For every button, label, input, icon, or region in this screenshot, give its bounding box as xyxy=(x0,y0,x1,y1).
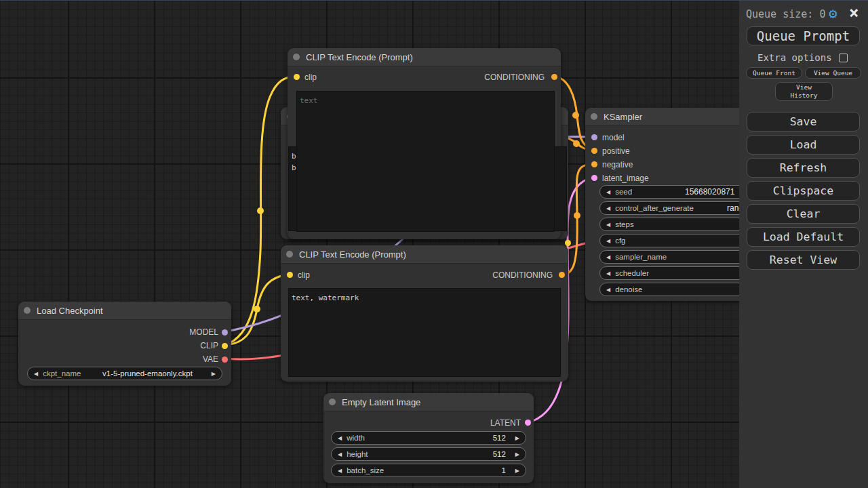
reset-view-button[interactable]: Reset View xyxy=(747,250,860,270)
prompt-textarea-2[interactable]: text, watermark xyxy=(288,288,561,377)
conditioning-output-label: CONDITIONING xyxy=(484,73,545,82)
latent-image-input-slot[interactable] xyxy=(591,175,597,181)
decrement-arrow-icon[interactable]: ◀ xyxy=(338,435,342,441)
wire-dot-clip2 xyxy=(254,306,260,312)
batch-size-widget[interactable]: ◀ batch_size 1 ▶ xyxy=(331,464,526,477)
increment-arrow-icon[interactable]: ▶ xyxy=(515,451,519,458)
clipspace-button[interactable]: Clipspace xyxy=(747,181,860,201)
node-empty-latent-image[interactable]: Empty Latent Image LATENT ◀ width 512 ▶ … xyxy=(323,393,534,483)
clip-input-label: clip xyxy=(298,270,310,280)
widget-label: width xyxy=(347,434,365,442)
latent-image-input-label: latent_image xyxy=(602,174,649,183)
node-header[interactable]: Load Checkpoint xyxy=(18,302,231,320)
increment-arrow-icon[interactable]: ▶ xyxy=(515,468,519,474)
widget-label: height xyxy=(347,450,368,458)
model-output-slot[interactable] xyxy=(222,329,228,336)
increment-arrow-icon[interactable]: ▶ xyxy=(515,435,519,441)
widget-label: ckpt_name xyxy=(43,369,81,378)
decrement-arrow-icon[interactable]: ◀ xyxy=(606,205,610,211)
latent-output-slot[interactable] xyxy=(525,420,531,426)
node-header[interactable]: CLIP Text Encode (Prompt) xyxy=(281,245,568,264)
view-history-button[interactable]: View History xyxy=(775,82,833,101)
queue-size-label: Queue size: 0 xyxy=(746,8,825,20)
decrement-arrow-icon[interactable]: ◀ xyxy=(606,238,610,244)
extra-options-checkbox[interactable] xyxy=(839,54,848,62)
ckpt-name-value: v1-5-pruned-emaonly.ckpt xyxy=(102,369,193,378)
decrement-arrow-icon[interactable]: ◀ xyxy=(606,189,610,195)
height-widget[interactable]: ◀ height 512 ▶ xyxy=(331,447,526,461)
node-header[interactable]: CLIP Text Encode (Prompt) xyxy=(288,48,561,66)
clip-input-slot[interactable] xyxy=(294,74,300,80)
queue-prompt-button[interactable]: Queue Prompt xyxy=(747,26,860,45)
width-value: 512 xyxy=(493,434,506,442)
widget-label: batch_size xyxy=(347,466,384,474)
latent-output-label: LATENT xyxy=(490,418,521,428)
settings-gear-icon[interactable]: ⚙ xyxy=(829,5,837,22)
wire-dot-clip1 xyxy=(257,207,264,214)
vae-output-slot[interactable] xyxy=(222,357,228,363)
clip-input-label: clip xyxy=(304,73,317,82)
extra-options-label: Extra options xyxy=(757,52,832,63)
decrement-arrow-icon[interactable]: ◀ xyxy=(606,254,610,260)
ckpt-name-widget[interactable]: ◀ ckpt_name v1-5-pruned-emaonly.ckpt ▶ xyxy=(27,367,222,380)
node-title: Load Checkpoint xyxy=(37,306,103,316)
conditioning-output-slot[interactable] xyxy=(551,74,557,80)
wire-dot-cond1 xyxy=(572,112,579,119)
refresh-button[interactable]: Refresh xyxy=(747,158,860,178)
conditioning-output-slot[interactable] xyxy=(559,272,565,278)
clip-input-slot[interactable] xyxy=(287,272,293,278)
comfyui-canvas[interactable]: CLIP Text Encode (Prompt) clip CONDITION… xyxy=(0,0,868,488)
widget-label: control_after_generate xyxy=(615,204,694,212)
decrement-arrow-icon[interactable]: ◀ xyxy=(338,468,342,474)
queue-front-button[interactable]: Queue Front xyxy=(746,67,802,79)
negative-input-slot[interactable] xyxy=(591,161,597,167)
node-load-checkpoint[interactable]: Load Checkpoint MODEL CLIP VAE ◀ ckpt_na… xyxy=(18,302,231,386)
widget-label: seed xyxy=(615,188,632,196)
clip-input-slot[interactable] xyxy=(565,240,571,246)
close-icon[interactable]: × xyxy=(849,3,859,22)
queue-size-value: 0 xyxy=(819,8,825,20)
widget-label: steps xyxy=(615,220,634,228)
node-title: KSampler xyxy=(604,112,642,122)
decrement-arrow-icon[interactable]: ◀ xyxy=(606,287,610,293)
decrement-arrow-icon[interactable]: ◀ xyxy=(34,371,38,377)
wire-dot-cond2 xyxy=(573,140,580,147)
collapse-dot-icon[interactable] xyxy=(24,307,31,314)
node-header[interactable]: Empty Latent Image xyxy=(323,393,534,411)
collapse-dot-icon[interactable] xyxy=(293,54,300,60)
widget-label: scheduler xyxy=(615,269,649,277)
clear-button[interactable]: Clear xyxy=(747,204,860,224)
view-queue-button[interactable]: View Queue xyxy=(805,67,861,79)
decrement-arrow-icon[interactable]: ◀ xyxy=(606,222,610,228)
widget-label: sampler_name xyxy=(615,253,667,261)
load-default-button[interactable]: Load Default xyxy=(747,227,860,247)
widget-label: cfg xyxy=(615,237,625,245)
widget-label: denoise xyxy=(615,285,642,293)
clip-output-label: CLIP xyxy=(200,341,218,350)
model-input-slot[interactable] xyxy=(591,134,597,140)
vae-output-label: VAE xyxy=(203,354,218,364)
batch-size-value: 1 xyxy=(501,466,505,474)
width-widget[interactable]: ◀ width 512 ▶ xyxy=(331,431,526,445)
collapse-dot-icon[interactable] xyxy=(591,113,597,120)
decrement-arrow-icon[interactable]: ◀ xyxy=(338,451,342,458)
decrement-arrow-icon[interactable]: ◀ xyxy=(606,270,610,277)
collapse-dot-icon[interactable] xyxy=(329,399,336,405)
conditioning-output-label: CONDITIONING xyxy=(492,270,553,280)
clip-output-slot[interactable] xyxy=(222,343,228,349)
negative-input-label: negative xyxy=(602,160,633,169)
positive-input-slot[interactable] xyxy=(591,148,597,154)
node-title: CLIP Text Encode (Prompt) xyxy=(299,249,406,260)
node-title: CLIP Text Encode (Prompt) xyxy=(306,52,413,62)
height-value: 512 xyxy=(493,450,506,458)
collapse-dot-icon[interactable] xyxy=(286,251,293,258)
positive-input-label: positive xyxy=(602,146,630,156)
seed-value: 15668020871 xyxy=(685,187,734,197)
load-button[interactable]: Load xyxy=(747,135,860,155)
prompt-textarea-1[interactable] xyxy=(296,91,555,232)
model-input-label: model xyxy=(602,133,625,142)
increment-arrow-icon[interactable]: ▶ xyxy=(212,371,216,377)
save-button[interactable]: Save xyxy=(747,112,860,131)
wire-dot-cond3 xyxy=(574,212,580,219)
comfy-menu-panel: Queue size: 0 ⚙ × Queue Prompt Extra opt… xyxy=(739,1,868,488)
